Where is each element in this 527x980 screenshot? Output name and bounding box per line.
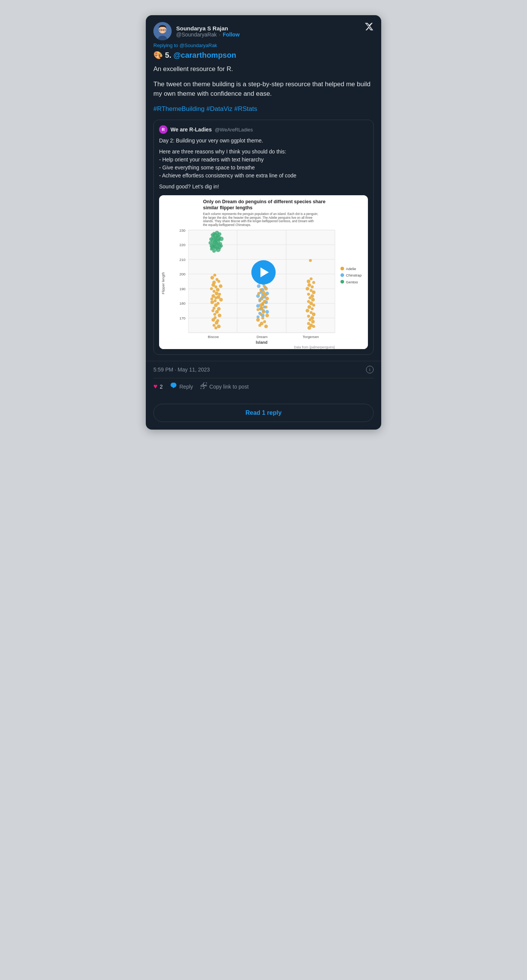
svg-point-68: [214, 285, 217, 288]
tweet-header-left: Soundarya S Rajan @SoundaryaRak · Follow: [153, 22, 240, 40]
svg-text:Chinstrap: Chinstrap: [346, 273, 362, 277]
svg-point-146: [259, 313, 262, 316]
svg-point-182: [308, 326, 311, 330]
follow-button[interactable]: Follow: [223, 32, 240, 38]
svg-text:210: 210: [179, 258, 185, 262]
svg-point-70: [210, 287, 213, 290]
replying-to: Replying to @SoundaryaRak: [153, 43, 374, 48]
user-info: Soundarya S Rajan @SoundaryaRak · Follow: [176, 25, 240, 38]
quote-header: R We are R-Ladies @WeAreRLadies: [159, 125, 368, 134]
svg-point-160: [306, 287, 310, 291]
svg-point-63: [210, 276, 214, 280]
svg-point-169: [312, 304, 315, 307]
svg-point-174: [312, 313, 316, 317]
avatar[interactable]: [153, 22, 171, 40]
svg-point-147: [265, 314, 269, 318]
svg-point-155: [310, 277, 313, 280]
svg-text:180: 180: [179, 301, 185, 305]
svg-point-163: [307, 293, 310, 296]
svg-point-69: [219, 284, 222, 288]
svg-text:190: 190: [179, 287, 185, 291]
svg-text:Biscoe: Biscoe: [208, 335, 219, 339]
like-action[interactable]: ♥ 2: [153, 382, 162, 390]
mention-link[interactable]: @cararthompson: [173, 51, 236, 59]
svg-point-134: [257, 292, 260, 295]
svg-point-66: [217, 280, 220, 283]
svg-point-94: [213, 324, 216, 327]
svg-point-144: [257, 308, 260, 311]
copy-link-action[interactable]: Copy link to post: [200, 382, 249, 390]
svg-point-148: [261, 317, 264, 320]
like-count: 2: [160, 383, 163, 390]
svg-text:Dream: Dream: [257, 335, 268, 339]
tweet-hashtags[interactable]: #RThemeBuilding #DataViz #RStats: [153, 104, 374, 114]
svg-point-158: [308, 283, 311, 287]
svg-point-152: [258, 324, 261, 327]
read-reply-button[interactable]: Read 1 reply: [153, 404, 374, 422]
svg-point-83: [214, 304, 218, 307]
svg-point-60: [216, 247, 221, 252]
svg-text:Gentoo: Gentoo: [346, 280, 358, 284]
x-platform-icon[interactable]: [365, 22, 374, 32]
svg-point-171: [311, 307, 314, 310]
svg-point-126: [265, 310, 269, 314]
svg-point-93: [215, 321, 219, 325]
svg-point-138: [258, 298, 261, 301]
svg-point-178: [311, 320, 315, 324]
svg-point-95: [217, 325, 221, 329]
svg-text:Torgersen: Torgersen: [303, 335, 319, 339]
svg-text:Data from {palmerpenguins}: Data from {palmerpenguins}: [294, 345, 335, 349]
tweet-number: 🎨 5. @cararthompson: [153, 51, 374, 60]
svg-point-71: [216, 288, 220, 292]
svg-point-91: [211, 318, 215, 322]
svg-point-129: [257, 315, 260, 318]
heart-icon: ♥: [153, 382, 157, 390]
svg-point-84: [213, 307, 216, 310]
svg-point-78: [210, 298, 213, 301]
svg-text:Island: Island: [256, 340, 268, 345]
svg-point-88: [213, 313, 216, 316]
svg-point-81: [210, 301, 214, 304]
svg-point-189: [341, 274, 344, 277]
svg-point-74: [218, 293, 221, 296]
handle-follow: @SoundaryaRak · Follow: [176, 32, 240, 38]
quote-tweet[interactable]: R We are R-Ladies @WeAreRLadies Day 2: B…: [153, 120, 374, 355]
link-icon: [200, 382, 207, 390]
info-icon[interactable]: i: [366, 366, 374, 373]
svg-point-149: [256, 318, 260, 322]
svg-text:200: 200: [179, 272, 185, 276]
reply-action[interactable]: Reply: [170, 382, 193, 391]
svg-text:the larger the dot, the heavie: the larger the dot, the heavier the peng…: [203, 216, 313, 220]
copy-link-label: Copy link to post: [209, 383, 249, 390]
svg-point-72: [213, 290, 216, 293]
svg-text:Adelie: Adelie: [346, 267, 356, 271]
svg-point-153: [264, 325, 268, 329]
svg-point-172: [306, 309, 310, 313]
tweet-header: Soundarya S Rajan @SoundaryaRak · Follow: [153, 22, 374, 40]
svg-point-96: [214, 326, 217, 329]
svg-point-159: [311, 285, 314, 288]
tweet-timestamp: 5:59 PM · May 11, 2023 i: [153, 366, 374, 373]
svg-point-80: [214, 299, 217, 302]
svg-text:Each column represents the pen: Each column represents the penguin popul…: [203, 212, 318, 216]
svg-point-154: [309, 259, 312, 262]
svg-point-165: [309, 296, 312, 299]
play-button[interactable]: [251, 260, 276, 285]
reply-label: Reply: [179, 383, 193, 390]
quote-avatar: R: [159, 125, 167, 134]
svg-point-166: [311, 298, 315, 302]
svg-point-191: [341, 280, 344, 284]
dot-separator: ·: [219, 32, 221, 38]
tweet-card: Soundarya S Rajan @SoundaryaRak · Follow…: [146, 15, 381, 430]
chart-inner: Only on Dream do penguins of different s…: [159, 195, 368, 349]
svg-point-150: [263, 320, 266, 323]
svg-point-62: [213, 274, 216, 277]
quote-author-handle: @WeAreRLadies: [215, 127, 253, 132]
svg-point-110: [257, 284, 261, 288]
tweet-actions: ♥ 2 Reply Copy: [153, 378, 374, 395]
tweet-footer: 5:59 PM · May 11, 2023 i ♥ 2 Reply: [146, 361, 381, 399]
svg-point-87: [215, 310, 219, 314]
svg-point-135: [264, 293, 267, 297]
svg-point-79: [219, 298, 223, 302]
tweet-text-2: The tweet on theme building is a step-by…: [153, 80, 374, 99]
